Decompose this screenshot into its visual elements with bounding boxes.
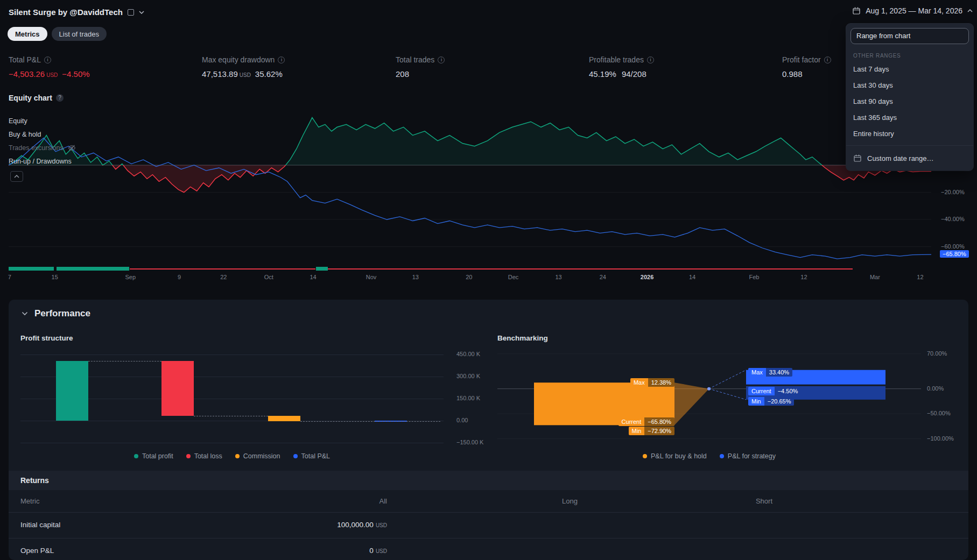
collapse-legend-button[interactable] (10, 171, 23, 182)
table-row: Open P&L 0USD (9, 538, 968, 560)
metric-profit-factor: Profit factori 0.988 (782, 55, 831, 79)
x-axis-label: 24 (600, 274, 606, 280)
blue-dot-icon (293, 454, 298, 458)
performance-card: Performance Profit structure 450.00 K 30… (9, 300, 968, 560)
legend-runup-drawdowns[interactable]: Run-up / Drawdowns (9, 154, 76, 168)
info-icon[interactable]: i (647, 56, 654, 63)
returns-section-header: Returns (9, 471, 968, 490)
metric-total-trades: Total tradesi 208 (396, 55, 445, 79)
menu-section-label: OTHER RANGES (846, 48, 973, 61)
legend-pl-buy-hold[interactable]: P&L for buy & hold (643, 452, 707, 460)
calendar-icon (853, 154, 862, 162)
menu-item-range-from-chart[interactable]: Range from chart (851, 28, 969, 44)
date-range-menu: Range from chart OTHER RANGES Last 7 day… (846, 24, 973, 171)
metric-value: 208 (396, 69, 409, 79)
chevron-down-icon (22, 311, 28, 316)
tab-list-of-trades[interactable]: List of trades (52, 27, 107, 41)
y-axis-label: 0.00% (927, 385, 944, 392)
menu-item-entire-history[interactable]: Entire history (846, 126, 973, 142)
x-axis-label: Sep (125, 274, 136, 280)
profit-structure-chart (20, 352, 444, 443)
benchmarking-legend: P&L for buy & hold P&L for strategy (497, 452, 921, 460)
equity-chart-title: Equity chart ? (9, 94, 64, 102)
legend-buy-hold[interactable]: Buy & hold (9, 127, 76, 141)
performance-title: Performance (34, 308, 90, 319)
menu-divider (846, 145, 973, 146)
chevron-up-icon (967, 9, 973, 12)
metric-label: Profit factor (782, 55, 821, 64)
date-range-button[interactable]: Aug 1, 2025 — Mar 14, 2026 (852, 6, 973, 15)
legend-total-profit[interactable]: Total profit (134, 452, 173, 460)
column-all: All (279, 497, 387, 505)
column-long: Long (470, 497, 578, 505)
trade-period-segment (316, 267, 328, 271)
metric-label: Total P&L (9, 55, 41, 64)
info-icon[interactable]: i (44, 56, 51, 63)
equity-chart-canvas[interactable] (9, 109, 931, 271)
info-icon[interactable]: i (438, 56, 445, 63)
x-axis-label: 22 (220, 274, 227, 280)
x-axis-label: Feb (749, 274, 759, 280)
x-axis-label: Dec (508, 274, 519, 280)
x-axis-label: Nov (366, 274, 377, 280)
eye-off-icon (68, 145, 76, 151)
x-axis-label: 2026 (641, 274, 653, 280)
row-label: Initial capital (20, 521, 60, 529)
currency-suffix: USD (240, 72, 251, 78)
y-axis-label: 450.00 K (456, 351, 480, 357)
page-title: Silent Surge by @DaviddTech (9, 8, 123, 17)
legend-trades-excursions[interactable]: Trades excursions (9, 141, 76, 154)
waterfall-bar (56, 361, 88, 421)
view-tabs: Metrics List of trades (8, 27, 107, 41)
equity-x-axis: 715Sep922Oct14Nov1320Dec1324202614Feb12M… (9, 274, 931, 282)
trade-period-segment (57, 267, 129, 271)
info-icon[interactable]: i (824, 56, 831, 63)
legend-equity[interactable]: Equity (9, 114, 76, 127)
menu-item-last-90-days[interactable]: Last 90 days (846, 94, 973, 110)
help-icon[interactable]: ? (56, 94, 64, 102)
legend-total-pl[interactable]: Total P&L (293, 452, 331, 460)
legend-total-loss[interactable]: Total loss (186, 452, 222, 460)
x-axis-label: Oct (264, 274, 273, 280)
menu-item-custom-date-range[interactable]: Custom date range… (846, 149, 973, 167)
metric-value: 47,513.89 (202, 69, 238, 79)
benchmarking-chart (497, 352, 921, 443)
currency-suffix: USD (376, 522, 387, 528)
metric-total-pl: Total P&Li −4,503.26USD−4.50% (9, 55, 90, 79)
metric-max-drawdown: Max equity drawdowni 47,513.89USD35.62% (202, 55, 285, 79)
red-dot-icon (186, 454, 191, 458)
y-axis-label: 300.00 K (456, 373, 480, 379)
equity-chart-legend: Equity Buy & hold Trades excursions Run-… (9, 114, 76, 168)
benchmark-buyhold-min-badge: Min−72.90% (629, 427, 674, 435)
x-axis-label: 15 (52, 274, 58, 280)
tab-metrics[interactable]: Metrics (8, 27, 47, 41)
benchmark-buyhold-max-badge: Max12.38% (630, 378, 674, 387)
row-value: 100,000.00USD (279, 521, 387, 529)
orange-dot-icon (235, 454, 240, 458)
benchmark-strategy-current-badge: Current−4.50% (748, 387, 801, 395)
title-chevron-down-icon[interactable] (139, 11, 144, 14)
menu-item-last-365-days[interactable]: Last 365 days (846, 110, 973, 126)
y-axis-label: 0.00 (456, 417, 468, 423)
y-axis-label: −20.00% (941, 189, 965, 195)
y-axis-label: −150.00 K (456, 439, 483, 445)
info-icon[interactable]: i (278, 56, 285, 63)
x-axis-label: 9 (178, 274, 181, 280)
y-axis-label: −100.00% (927, 435, 954, 442)
x-axis-label: Mar (870, 274, 880, 280)
buy-hold-last-value-badge: −65.80% (940, 250, 969, 258)
performance-section-header[interactable]: Performance (22, 308, 90, 319)
legend-commission[interactable]: Commission (235, 452, 280, 460)
x-axis-label: 13 (412, 274, 419, 280)
x-axis-label: 20 (466, 274, 472, 280)
benchmarking-title: Benchmarking (497, 334, 548, 342)
trade-period-segment (130, 268, 315, 270)
menu-item-last-7-days[interactable]: Last 7 days (846, 61, 973, 77)
x-axis-label: 13 (555, 274, 561, 280)
metric-value: 45.19% (589, 69, 616, 79)
script-lock-icon (128, 9, 134, 16)
menu-item-last-30-days[interactable]: Last 30 days (846, 77, 973, 94)
benchmark-buyhold-current-badge: Current−65.80% (618, 417, 674, 426)
y-axis-label: 150.00 K (456, 395, 480, 401)
legend-pl-strategy[interactable]: P&L for strategy (720, 452, 776, 460)
